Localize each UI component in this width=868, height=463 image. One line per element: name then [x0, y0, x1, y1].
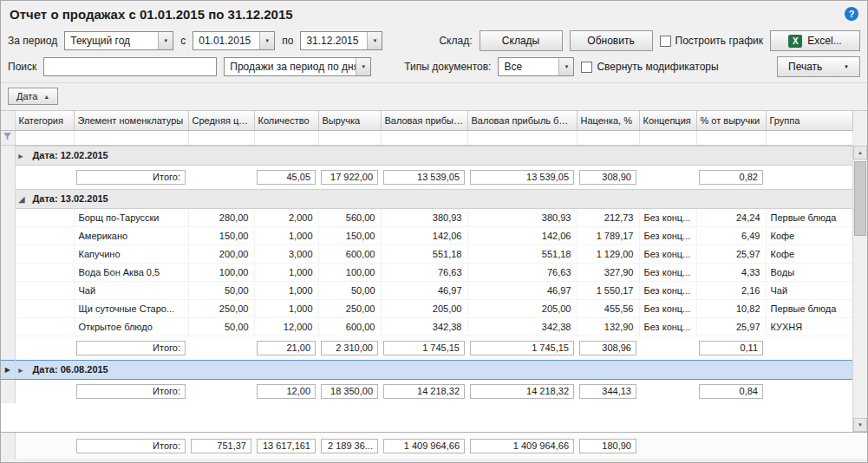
item-row[interactable]: Вода Бон Аква 0,5100,001,000100,0076,637… [1, 263, 852, 281]
total-cell-pct: 0,11 [696, 336, 766, 360]
total-cell-pct [696, 433, 766, 459]
period-dropdown-icon[interactable]: ▼ [158, 32, 173, 49]
cell-qty: 1,000 [254, 226, 318, 245]
refresh-button[interactable]: Обновить [570, 30, 653, 51]
build-chart-checkbox[interactable]: Построить график [660, 35, 763, 47]
doc-types-dropdown-icon[interactable]: ▼ [558, 58, 573, 75]
doc-types-select[interactable]: Все ▼ [498, 57, 574, 76]
item-row[interactable]: Щи суточные Старо...250,001,000250,00205… [1, 299, 852, 317]
item-row[interactable]: Чай50,001,00050,0046,9746,971 550,17Без … [1, 281, 852, 299]
group-row[interactable]: ◢Дата: 13.02.2015 [1, 189, 852, 208]
total-value-markup: 308,90 [579, 170, 636, 185]
cell-name: Вода Бон Аква 0,5 [74, 263, 188, 281]
column-header[interactable]: % от выручки [696, 111, 766, 130]
cell-markup: 132,90 [577, 317, 639, 336]
warehouses-button[interactable]: Склады [480, 30, 563, 51]
column-header[interactable]: Валовая прибыль без... [467, 111, 577, 130]
excel-button[interactable]: X Excel... [770, 30, 860, 51]
filter-cell[interactable] [467, 130, 577, 145]
period-select[interactable]: Текущий год ▼ [64, 31, 173, 50]
cell-markup: 1 789,17 [577, 226, 639, 245]
column-header[interactable]: Категория [15, 111, 74, 130]
total-value-qty: 45,05 [257, 170, 316, 185]
cell-gross: 380,93 [381, 208, 467, 226]
group-header-cell[interactable]: ▸Дата: 06.08.2015 [15, 360, 852, 379]
total-label: Итого: [76, 341, 186, 355]
build-chart-checkbox-box[interactable] [660, 36, 671, 47]
column-header[interactable]: Группа [766, 111, 852, 130]
total-value-revenue: 18 350,00 [321, 384, 378, 399]
item-row[interactable]: Открытое блюдо50,0012,000600,00342,38342… [1, 317, 852, 336]
date-from-input[interactable]: 01.01.2015 ▼ [193, 31, 275, 50]
cell-category [15, 317, 74, 336]
filter-cell[interactable] [577, 130, 639, 145]
grand-total-bar: Итого:751,3713 617,1612 189 36...1 409 9… [1, 432, 867, 459]
row-indicator [1, 317, 15, 336]
filter-cell[interactable] [188, 130, 254, 145]
expand-group-icon[interactable]: ▸ [19, 152, 31, 160]
help-icon[interactable]: ? [845, 7, 858, 21]
item-row[interactable]: Борщ по-Тарусски280,002,000560,00380,933… [1, 208, 852, 226]
cell-name: Чай [74, 281, 188, 299]
total-cell-pct: 0,84 [696, 379, 766, 403]
collapse-modifiers-checkbox-box[interactable] [581, 62, 592, 73]
cell-concept: Без конц... [639, 226, 696, 245]
scroll-thumb[interactable] [854, 161, 866, 236]
column-header[interactable]: Количество [254, 111, 318, 130]
group-header-cell[interactable]: ◢Дата: 13.02.2015 [15, 189, 852, 208]
group-row[interactable]: ▸Дата: 12.02.2015 [1, 146, 852, 165]
cell-concept: Без конц... [639, 245, 696, 263]
item-row[interactable]: Капучино200,003,000600,00551,18551,181 1… [1, 245, 852, 263]
filter-cell[interactable] [254, 130, 318, 145]
scroll-up-button[interactable]: ▲ [853, 146, 867, 160]
column-header[interactable]: Средняя цена [188, 111, 254, 130]
total-cell-revenue: 2 189 36... [318, 433, 381, 459]
filter-cell[interactable] [318, 130, 381, 145]
group-label: Дата: 13.02.2015 [33, 193, 108, 204]
cell-pct: 2,16 [696, 281, 766, 299]
collapse-modifiers-checkbox[interactable]: Свернуть модификаторы [581, 61, 718, 73]
search-input[interactable] [43, 57, 217, 76]
date-to-input[interactable]: 31.12.2015 ▼ [300, 31, 382, 50]
view-mode-select[interactable]: Продажи за период по дням ▼ [224, 57, 371, 76]
row-indicator [1, 226, 15, 245]
column-header[interactable]: Валовая прибыль [381, 111, 467, 130]
print-button[interactable]: Печать ▼ [777, 56, 860, 77]
scroll-down-button[interactable]: ▼ [853, 418, 867, 432]
column-header[interactable]: Наценка, % [577, 111, 639, 130]
item-row[interactable]: Американо150,001,000150,00142,06142,061 … [1, 226, 852, 245]
total-value-gross_wo: 13 539,05 [470, 170, 574, 185]
sort-asc-icon: ▲ [43, 94, 49, 100]
group-by-panel: Дата ▲ [1, 83, 867, 110]
collapse-group-icon[interactable]: ◢ [19, 195, 31, 204]
filter-cell[interactable] [15, 130, 74, 145]
column-header[interactable]: Выручка [318, 111, 381, 130]
filter-cell[interactable] [696, 130, 766, 145]
total-value-pct: 0,82 [699, 170, 763, 185]
view-mode-dropdown-icon[interactable]: ▼ [356, 58, 370, 75]
group-row[interactable]: ▶▸Дата: 06.08.2015 [1, 360, 852, 379]
column-header[interactable]: Элемент номенклатуры [74, 111, 188, 130]
header-row: КатегорияЭлемент номенклатурыСредняя цен… [1, 111, 852, 130]
table-body: ▸Дата: 12.02.2015Итого:45,0517 922,0013 … [1, 146, 852, 403]
date-to-dropdown-icon[interactable]: ▼ [367, 32, 382, 49]
row-indicator [1, 245, 15, 263]
total-value-qty: 13 617,161 [257, 439, 316, 453]
filter-cell[interactable] [766, 130, 852, 145]
cell-group: КУХНЯ [766, 317, 852, 336]
filter-cell[interactable] [639, 130, 696, 145]
expand-group-icon[interactable]: ▸ [19, 366, 31, 375]
filter-cell[interactable] [74, 130, 188, 145]
group-chip-date[interactable]: Дата ▲ [8, 88, 58, 105]
total-cell-pct: 0,82 [696, 165, 766, 189]
group-header-cell[interactable]: ▸Дата: 12.02.2015 [15, 146, 852, 165]
vertical-scrollbar[interactable]: ▲ ▼ [852, 146, 867, 432]
cell-avg: 150,00 [188, 226, 254, 245]
total-cell-revenue: 2 310,00 [318, 336, 381, 360]
cell-category [15, 245, 74, 263]
date-from-dropdown-icon[interactable]: ▼ [259, 32, 274, 49]
grid-main: КатегорияЭлемент номенклатурыСредняя цен… [1, 111, 867, 432]
column-header[interactable]: Концепция [639, 111, 696, 130]
row-indicator: ▶ [1, 360, 15, 379]
filter-cell[interactable] [381, 130, 467, 145]
